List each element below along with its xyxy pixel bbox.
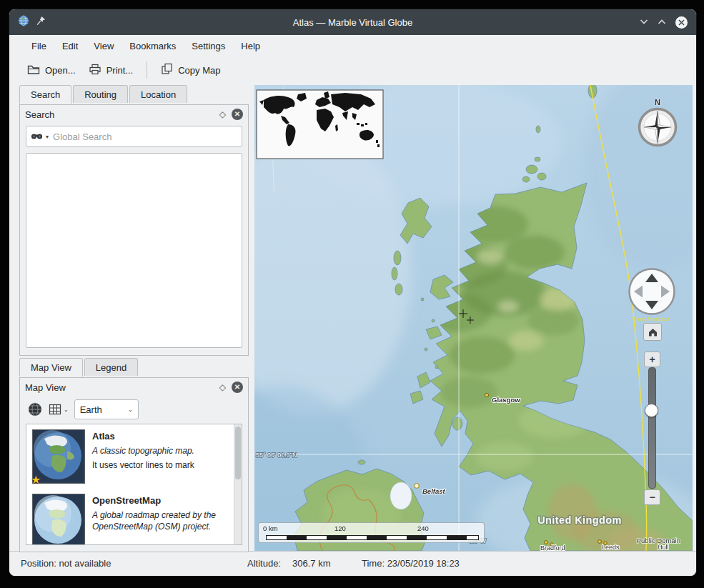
zoom-out-button[interactable]: − — [644, 489, 660, 505]
theme-tagline: A classic topographic map. — [92, 446, 194, 456]
zoom-slider[interactable] — [646, 367, 657, 487]
menu-bookmarks[interactable]: Bookmarks — [122, 38, 184, 54]
city-marker-glasgow[interactable] — [485, 393, 488, 397]
close-icon[interactable] — [675, 16, 688, 29]
orkney-island — [522, 176, 530, 182]
map-view-panel-title: Map View — [25, 382, 66, 393]
orkney-island — [526, 165, 537, 174]
tab-routing[interactable]: Routing — [73, 85, 128, 103]
scale-end-label: 240 — [417, 524, 429, 532]
copy-map-button[interactable]: Copy Map — [154, 59, 227, 81]
arran-island — [452, 417, 462, 430]
theme-name: OpenStreetMap — [92, 495, 216, 506]
compass[interactable]: N — [635, 98, 680, 150]
float-panel-icon[interactable]: ◇ — [219, 382, 226, 392]
home-button[interactable] — [643, 323, 662, 341]
titlebar[interactable]: Atlas — Marble Virtual Globe — [9, 9, 696, 35]
binoculars-icon[interactable] — [31, 130, 43, 143]
theme-tagline: A global roadmap created by the — [92, 510, 216, 520]
toolbar: Open... Print... Copy Map — [9, 56, 696, 84]
compass-north-label: N — [635, 98, 680, 106]
city-label-leeds: Leeds — [602, 544, 620, 551]
tab-search[interactable]: Search — [19, 85, 71, 104]
minimize-icon[interactable] — [640, 16, 648, 29]
panel-tabs-top: Search Routing Location — [19, 85, 189, 103]
projection-globe-button[interactable] — [27, 402, 43, 417]
copy-map-button-label: Copy Map — [178, 65, 220, 76]
city-marker-bradford[interactable] — [545, 541, 548, 544]
tab-location[interactable]: Location — [129, 85, 187, 103]
open-button-label: Open... — [45, 65, 76, 76]
region-label-united-kingdom: United Kingdom — [537, 514, 622, 526]
fair-isle — [536, 126, 540, 133]
close-panel-icon[interactable]: ✕ — [232, 109, 243, 120]
open-button[interactable]: Open... — [21, 60, 82, 81]
projection-flat-button[interactable]: ⌄ — [49, 403, 69, 416]
panel-tabs-bottom: Map View Legend — [19, 358, 139, 376]
search-results-list[interactable] — [26, 153, 242, 348]
orkney-island — [537, 173, 546, 180]
menu-help[interactable]: Help — [233, 38, 268, 54]
search-input-box: ▾ — [26, 126, 242, 147]
city-marker-belfast[interactable] — [415, 484, 419, 488]
pan-control[interactable] — [628, 267, 676, 316]
scale-bar-ruler — [266, 535, 479, 540]
city-label-glasgow: Glasgow — [492, 396, 520, 404]
search-panel-title: Search — [25, 109, 54, 120]
maximize-icon[interactable] — [658, 16, 666, 29]
tab-legend[interactable]: Legend — [84, 358, 138, 376]
tab-map-view[interactable]: Map View — [19, 358, 83, 377]
theme-name: Atlas — [92, 431, 194, 442]
status-position: Position: not available — [21, 558, 111, 569]
toolbar-separator — [147, 61, 147, 79]
status-altitude-label: Altitude: — [247, 558, 281, 569]
chevron-down-icon: ⌄ — [128, 407, 133, 413]
print-button-label: Print... — [106, 65, 134, 76]
license-label: Public Domain — [637, 537, 680, 544]
menu-settings[interactable]: Settings — [184, 38, 233, 54]
status-altitude-value: 306.7 km — [292, 558, 330, 569]
theme-row-atlas[interactable]: ★ Atlas A classic topographic map. It us… — [26, 424, 242, 489]
city-label-belfast: Belfast — [422, 487, 446, 495]
theme-list-scrollbar[interactable] — [234, 424, 242, 544]
orkney-island — [535, 157, 540, 161]
city-marker-leeds[interactable] — [598, 540, 602, 544]
menu-edit[interactable]: Edit — [54, 38, 86, 54]
print-button[interactable]: Print... — [82, 60, 140, 81]
theme-description: It uses vector lines to mark — [92, 460, 194, 470]
search-mode-caret-icon[interactable]: ▾ — [46, 134, 49, 140]
close-panel-icon[interactable]: ✕ — [232, 382, 243, 393]
city-label-hull: Hull — [658, 544, 669, 551]
chevron-down-icon: ⌄ — [64, 407, 69, 413]
celestial-body-value: Earth — [80, 404, 102, 415]
scale-mid-label: 120 — [334, 524, 346, 532]
zoom-slider-track[interactable] — [648, 367, 656, 489]
lough-neagh — [390, 482, 412, 509]
home-icon — [648, 327, 658, 337]
uist-island — [394, 251, 401, 265]
scale-start-label: 0 km — [263, 524, 278, 532]
barra-island — [395, 284, 402, 295]
printer-icon — [89, 64, 101, 77]
map-theme-list: ★ Atlas A classic topographic map. It us… — [26, 424, 242, 545]
float-panel-icon[interactable]: ◇ — [219, 109, 226, 119]
openstreetmap-thumbnail — [32, 494, 85, 545]
map-viewport[interactable]: Prime Meridian Glasgow Belfast Bradf — [254, 85, 693, 551]
favorite-star-icon[interactable]: ★ — [31, 473, 41, 487]
celestial-body-select[interactable]: Earth ⌄ — [74, 399, 139, 419]
overview-map[interactable] — [257, 90, 383, 159]
theme-row-openstreetmap[interactable]: OpenStreetMap A global roadmap created b… — [26, 489, 242, 545]
folder-icon — [27, 64, 40, 77]
menu-file[interactable]: File — [24, 38, 54, 54]
window-title: Atlas — Marble Virtual Globe — [9, 17, 696, 28]
city-label-bradford: Bradford — [540, 544, 565, 551]
zoom-in-button[interactable]: + — [644, 352, 660, 367]
zoom-slider-handle[interactable] — [645, 404, 658, 417]
search-panel: Search ◇ ✕ ▾ — [19, 104, 249, 356]
menu-view[interactable]: View — [86, 38, 122, 54]
uist-island — [392, 267, 397, 280]
menubar: File Edit View Bookmarks Settings Help — [9, 35, 696, 56]
map-scale-bar: 0 km 120 240 — [258, 522, 485, 543]
latitude-label: 55° 00' 00.0"N — [256, 452, 297, 459]
search-input[interactable] — [51, 131, 237, 143]
